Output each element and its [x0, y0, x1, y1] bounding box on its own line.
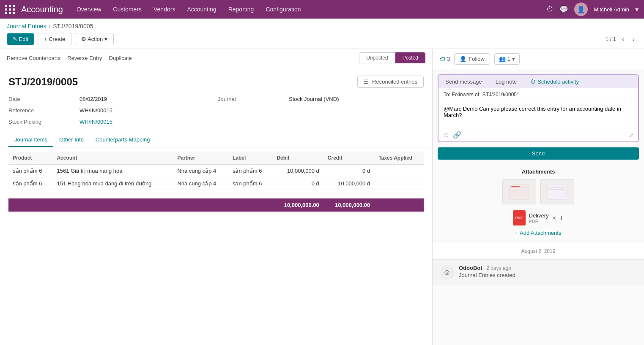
svg-rect-1	[511, 186, 520, 187]
reference-value: WH/IN/00015	[79, 106, 214, 115]
emoji-icon[interactable]: ☺	[443, 131, 449, 139]
duplicate-link[interactable]: Duplicate	[109, 55, 132, 61]
attach-icon[interactable]: 🔗	[453, 131, 461, 139]
log-note-tab[interactable]: Log note	[489, 75, 524, 88]
reconciled-entries-button[interactable]: ☰ Reconciled entries	[357, 76, 424, 88]
cell-taxes-2	[374, 177, 424, 190]
menu-customers[interactable]: Customers	[108, 3, 147, 15]
attach-download-icon[interactable]: ⬇	[559, 215, 564, 221]
svg-rect-3	[511, 189, 527, 189]
col-label: Label	[228, 152, 272, 165]
follow-label: Follow	[469, 56, 485, 62]
action-button[interactable]: ⚙ Action ▾	[75, 33, 114, 45]
svg-rect-4	[511, 190, 524, 190]
svg-rect-7	[549, 187, 565, 188]
attach-actions: ✕ ⬇	[552, 215, 564, 221]
username[interactable]: Mitchell Admin	[594, 6, 629, 13]
cell-product-2: sản phẩm 6	[8, 177, 52, 190]
tab-other-info[interactable]: Other Info	[53, 133, 90, 147]
empty-value	[289, 106, 424, 115]
breadcrumb: Journal Entries / STJ/2019/0005	[7, 23, 637, 30]
horizontal-scrollbar[interactable]	[8, 212, 424, 218]
schedule-activity-tab[interactable]: ⏱ Schedule activity	[523, 75, 586, 88]
reconciled-label: Reconciled entries	[372, 79, 417, 85]
svg-rect-8	[549, 189, 565, 190]
menu-reporting[interactable]: Reporting	[223, 3, 259, 15]
entry-text: Journal Entries created	[459, 272, 637, 278]
message-input[interactable]: @Marc Demo Can you please correct this e…	[438, 101, 638, 127]
pdf-icon: PDF	[513, 210, 526, 225]
menu-configuration[interactable]: Configuration	[260, 3, 306, 15]
attachment-file-delivery: PDF Delivery PDF ✕ ⬇	[439, 209, 637, 227]
edit-button[interactable]: ✎ Edit	[7, 33, 34, 45]
action-label: ⚙ Action	[81, 36, 103, 42]
pager-prev[interactable]: ‹	[619, 35, 627, 43]
follow-icon: 👤	[460, 56, 466, 62]
reverse-entry-link[interactable]: Reverse Entry	[67, 55, 102, 61]
followers-button[interactable]: 👥 1 ▾	[494, 53, 520, 65]
send-button[interactable]: Send	[438, 147, 639, 160]
cell-account-2: 151 Hàng hóa mua đang đi trên đường	[52, 177, 173, 190]
date-label: Date	[8, 95, 76, 103]
user-dropdown-icon[interactable]: ▾	[635, 5, 639, 14]
clock-icon[interactable]: ⏱	[546, 5, 554, 14]
add-attachments-button[interactable]: + Add Attachments	[439, 227, 637, 239]
schedule-label: Schedule activity	[537, 79, 579, 85]
send-message-tab[interactable]: Send message	[438, 75, 489, 88]
pager-next[interactable]: ›	[630, 35, 637, 43]
col-product: Product	[8, 152, 52, 165]
tag-icon: 🏷	[439, 56, 445, 62]
timeline-entry: ☺ OdooBot 2 days ago Journal Entries cre…	[433, 260, 644, 285]
table-row[interactable]: sản phẩm 6 1561 Giá trị mua hàng hóa Nhà…	[8, 165, 424, 177]
cell-partner-1: Nhà cung cấp 4	[173, 165, 228, 177]
expand-icon[interactable]: ⤢	[629, 132, 634, 139]
attachment-thumb-1[interactable]	[502, 179, 536, 204]
stock-picking-link[interactable]: WH/IN/00015	[79, 117, 214, 126]
main-layout: Remove Counterparts Reverse Entry Duplic…	[0, 49, 644, 345]
tags-count[interactable]: 🏷 3	[439, 56, 450, 62]
breadcrumb-parent[interactable]: Journal Entries	[7, 23, 46, 30]
cell-label-1: sản phẩm 6	[228, 165, 272, 177]
topnav-right-area: ⏱ 💬 👤 Mitchell Admin ▾	[546, 3, 639, 16]
empty-label	[218, 106, 285, 115]
status-posted[interactable]: Posted	[395, 52, 425, 63]
date-value: 08/02/2019	[79, 95, 214, 103]
attachment-thumbnails	[439, 179, 637, 204]
top-navigation: Accounting Overview Customers Vendors Ac…	[0, 0, 644, 19]
tab-journal-items[interactable]: Journal Items	[8, 133, 53, 147]
avatar[interactable]: 👤	[574, 3, 588, 16]
attachment-thumb-2[interactable]	[540, 179, 574, 204]
entry-time: 2 days ago	[486, 265, 511, 271]
message-toolbar: ☺ 🔗 ⤢	[438, 128, 638, 141]
message-composer: Send message Log note ⏱ Schedule activit…	[438, 74, 639, 142]
cell-taxes-1	[374, 165, 424, 177]
total-label	[8, 198, 272, 212]
table-row[interactable]: sản phẩm 6 151 Hàng hóa mua đang đi trên…	[8, 177, 424, 190]
tab-counterparts-mapping[interactable]: Counterparts Mapping	[90, 133, 156, 147]
menu-overview[interactable]: Overview	[71, 3, 106, 15]
chat-icon[interactable]: 💬	[559, 5, 568, 14]
journal-items-table: Product Account Partner Label Debit Cred…	[8, 152, 424, 212]
fields-grid: Date 08/02/2019 Journal Stock Journal (V…	[8, 95, 424, 126]
cell-debit-1: 10,000,000 đ	[272, 165, 323, 177]
remove-counterparts-link[interactable]: Remove Counterparts	[7, 55, 60, 61]
status-unposted[interactable]: Unposted	[359, 52, 395, 63]
record-content: STJ/2019/0005 ☰ Reconciled entries Date …	[0, 67, 432, 222]
attach-delete-icon[interactable]: ✕	[552, 215, 556, 221]
status-buttons: Unposted Posted	[359, 52, 425, 63]
breadcrumb-bar: Journal Entries / STJ/2019/0005 ✎ Edit +…	[0, 19, 644, 49]
menu-accounting[interactable]: Accounting	[182, 3, 221, 15]
col-debit: Debit	[272, 152, 323, 165]
create-button[interactable]: + Create	[38, 33, 71, 45]
follow-button[interactable]: 👤 Follow	[454, 53, 490, 65]
total-taxes	[374, 198, 424, 212]
action-dropdown-icon: ▾	[104, 36, 107, 42]
menu-vendors[interactable]: Vendors	[148, 3, 180, 15]
attach-name: Delivery	[529, 212, 549, 219]
breadcrumb-current: STJ/2019/0005	[53, 23, 93, 30]
entry-author: OdooBot	[459, 265, 482, 271]
pager: 1 / 1 ‹ ›	[606, 35, 637, 43]
record-title: STJ/2019/0005	[8, 76, 78, 88]
attach-type: PDF	[529, 219, 549, 224]
apps-menu-icon[interactable]	[5, 5, 15, 14]
